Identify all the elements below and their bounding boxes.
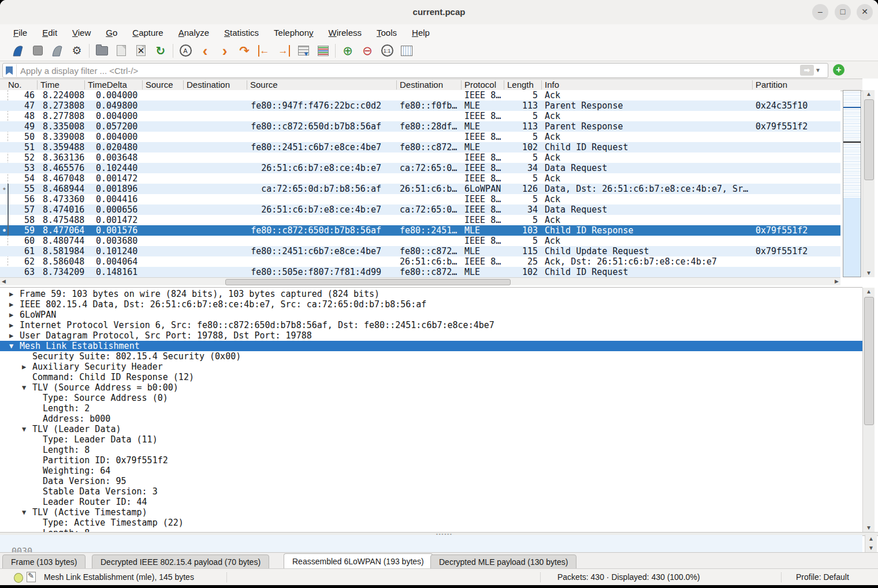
expand-arrow-icon[interactable]: ▶: [9, 330, 13, 341]
detail-scrollbar[interactable]: ▲ ▼: [862, 288, 875, 532]
hex-row[interactable]: 0030 00 15 0d 00 00 00 00 00 00 00 01 75…: [0, 536, 862, 546]
toolbar-save-file-button[interactable]: [111, 42, 131, 59]
column-divider[interactable]: [461, 80, 462, 90]
detail-row[interactable]: ▶Internet Protocol Version 6, Src: fe80:…: [0, 320, 862, 330]
packet-row[interactable]: 578.4740160.00065626:51:c6:b7:e8:ce:4b:e…: [0, 204, 840, 215]
toolbar-restart-capture-button[interactable]: [47, 42, 67, 59]
detail-row[interactable]: Length: 8: [0, 445, 862, 455]
toolbar-go-to-packet-button[interactable]: ↷: [235, 42, 254, 59]
filter-bookmark-icon[interactable]: [6, 66, 13, 75]
detail-row[interactable]: ▶IEEE 802.15.4 Data, Dst: 26:51:c6:b7:e8…: [0, 299, 862, 310]
column-divider[interactable]: [84, 80, 85, 90]
column-header-info[interactable]: Info: [541, 79, 752, 91]
detail-row[interactable]: Leader Router ID: 44: [0, 497, 862, 507]
toolbar-go-last-button[interactable]: →: [274, 42, 293, 59]
menu-item-tools[interactable]: Tools: [369, 27, 404, 39]
packet-row[interactable]: 608.4807440.003680IEEE 8…5Ack: [0, 236, 840, 246]
toolbar-go-first-button[interactable]: ←: [254, 42, 274, 59]
menu-item-edit[interactable]: Edit: [35, 27, 65, 39]
capture-comment-icon[interactable]: ✎: [27, 572, 36, 582]
collapse-arrow-icon[interactable]: ▼: [22, 382, 26, 393]
detail-row[interactable]: Type: Leader Data (11): [0, 434, 862, 445]
detail-row[interactable]: ▼Mesh Link Establishment: [0, 341, 862, 351]
minimize-button[interactable]: –: [812, 4, 828, 20]
expand-arrow-icon[interactable]: ▶: [9, 310, 13, 320]
collapse-arrow-icon[interactable]: ▼: [22, 507, 26, 518]
toolbar-find-packet-button[interactable]: A: [176, 42, 195, 59]
column-divider[interactable]: [247, 80, 247, 90]
display-filter-input[interactable]: [17, 66, 828, 76]
byte-tab-3[interactable]: Decrypted MLE payload (130 bytes): [430, 554, 576, 570]
menu-item-telephony[interactable]: Telephony: [266, 27, 321, 39]
toolbar-capture-options-button[interactable]: ⚙: [67, 42, 87, 59]
detail-row[interactable]: ▼TLV (Source Address = b0:00): [0, 382, 862, 393]
detail-row[interactable]: ▶Auxiliary Security Header: [0, 362, 862, 372]
packet-row[interactable]: 568.4733600.004416IEEE 8…5Ack: [0, 194, 840, 204]
scroll-up-icon[interactable]: ▲: [863, 90, 875, 98]
packet-row[interactable]: 618.5819840.101240fe80::2451:c6b7:e8ce:4…: [0, 246, 840, 256]
menu-item-capture[interactable]: Capture: [125, 27, 170, 39]
collapse-arrow-icon[interactable]: ▼: [9, 341, 13, 351]
byte-tab-1[interactable]: Decrypted IEEE 802.15.4 payload (70 byte…: [92, 554, 269, 570]
column-header-source[interactable]: Source: [247, 79, 396, 91]
toolbar-start-capture-button[interactable]: [8, 42, 28, 59]
menu-item-go[interactable]: Go: [98, 27, 125, 39]
display-filter-box[interactable]: ➡ ▼: [2, 63, 828, 78]
menu-item-file[interactable]: File: [6, 27, 35, 39]
filter-add-button[interactable]: +: [833, 64, 844, 76]
scroll-up-icon[interactable]: ▲: [863, 288, 875, 296]
packet-list-hscrollbar-thumb[interactable]: [225, 279, 511, 285]
detail-row[interactable]: Security Suite: 802.15.4 Security (0x00): [0, 351, 862, 362]
byte-tab-2[interactable]: Reassembled 6LoWPAN (193 bytes): [284, 553, 433, 570]
detail-row[interactable]: ▼TLV (Active Timestamp): [0, 507, 862, 518]
detail-row[interactable]: Stable Data Version: 3: [0, 486, 862, 497]
packet-row[interactable]: 488.2778080.004000IEEE 8…5Ack: [0, 111, 840, 121]
scroll-up-icon[interactable]: ▲: [865, 535, 877, 543]
column-divider[interactable]: [541, 80, 542, 90]
expand-arrow-icon[interactable]: ▶: [9, 289, 13, 299]
toolbar-auto-scroll-button[interactable]: ▼: [293, 42, 313, 59]
detail-row[interactable]: Data Version: 95: [0, 476, 862, 486]
toolbar-go-back-button[interactable]: ‹: [195, 42, 215, 59]
detail-row[interactable]: Type: Active Timestamp (22): [0, 518, 862, 528]
scroll-right-icon[interactable]: ▶: [835, 278, 839, 285]
column-header-time[interactable]: Time: [37, 79, 84, 91]
toolbar-zoom-out-button[interactable]: ⊖: [358, 42, 377, 59]
packet-row[interactable]: 638.7342090.148161fe80::505e:f807:7f81:4…: [0, 267, 840, 277]
column-divider[interactable]: [396, 80, 397, 90]
column-header-no[interactable]: No.: [0, 79, 37, 91]
menu-item-help[interactable]: Help: [404, 27, 437, 39]
maximize-button[interactable]: □: [835, 4, 851, 20]
column-header-length[interactable]: Length: [504, 79, 541, 91]
packet-row[interactable]: 508.3390080.004000IEEE 8…5Ack: [0, 132, 840, 142]
detail-row[interactable]: Length: 2: [0, 403, 862, 414]
packet-row[interactable]: 518.3594880.020480fe80::2451:c6b7:e8ce:4…: [0, 142, 840, 152]
column-divider[interactable]: [37, 80, 38, 90]
toolbar-colorize-button[interactable]: [313, 42, 333, 59]
filter-apply-button[interactable]: ➡: [800, 65, 814, 76]
toolbar-zoom-original-button[interactable]: 1:1: [377, 42, 397, 59]
packet-row[interactable]: 528.3631360.003648IEEE 8…5Ack: [0, 152, 840, 163]
menu-item-view[interactable]: View: [65, 27, 98, 39]
toolbar-close-file-button[interactable]: ✕: [131, 42, 151, 59]
detail-row[interactable]: ▶6LoWPAN: [0, 310, 862, 320]
scroll-down-icon[interactable]: ▼: [863, 524, 875, 532]
detail-row[interactable]: Command: Child ID Response (12): [0, 372, 862, 382]
detail-row[interactable]: Address: b000: [0, 414, 862, 424]
packet-list-hscrollbar[interactable]: ◀ ▶: [0, 277, 840, 285]
column-divider[interactable]: [752, 80, 753, 90]
filter-dropdown-caret-icon[interactable]: ▼: [815, 67, 821, 73]
menu-item-statistics[interactable]: Statistics: [217, 27, 266, 39]
expand-arrow-icon[interactable]: ▶: [9, 320, 13, 330]
expert-info-icon[interactable]: [14, 573, 23, 583]
column-header-src1[interactable]: Source: [142, 79, 183, 91]
close-button[interactable]: ✕: [857, 4, 873, 20]
column-divider[interactable]: [183, 80, 184, 90]
packet-row[interactable]: 538.4655760.10244026:51:c6:b7:e8:ce:4b:e…: [0, 163, 840, 173]
toolbar-open-file-button[interactable]: [92, 42, 111, 59]
column-header-dest[interactable]: Destination: [396, 79, 461, 91]
packet-row[interactable]: 498.3350080.057200fe80::c872:650d:b7b8:5…: [0, 121, 840, 132]
scroll-down-icon[interactable]: ▼: [865, 544, 877, 552]
expand-arrow-icon[interactable]: ▶: [9, 299, 13, 310]
detail-row[interactable]: Partition ID: 0x79f551f2: [0, 455, 862, 466]
